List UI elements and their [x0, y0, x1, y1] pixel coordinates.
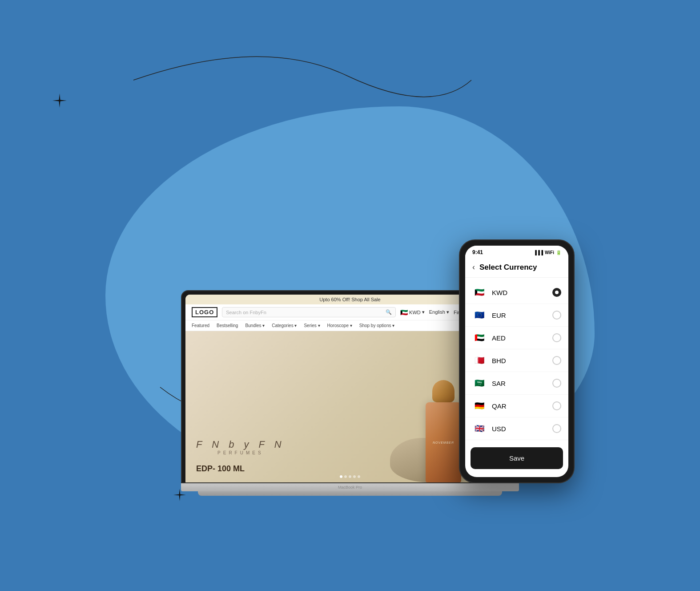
laptop-base: MacBook Pro [181, 483, 519, 491]
phone-screen-title: Select Currency [479, 263, 537, 272]
phone-status-icons: ▐▐▐ WiFi 🔋 [534, 250, 561, 255]
laptop-logo: LOGO [192, 307, 217, 317]
bottle-body: NOVEMBER [426, 402, 461, 482]
search-icon[interactable]: 🔍 [386, 309, 392, 315]
battery-icon: 🔋 [556, 250, 561, 255]
main-scene: Upto 60% Off! Shop All Sale LOGO Search … [117, 95, 583, 496]
wifi-icon: WiFi [545, 250, 554, 255]
bottle-cap [432, 380, 455, 402]
currency-item-eur[interactable]: 🇪🇺 EUR [465, 304, 568, 327]
sar-radio[interactable] [552, 379, 561, 388]
back-button[interactable]: ‹ [472, 263, 475, 272]
phone-statusbar: 9:41 ▐▐▐ WiFi 🔋 [465, 246, 568, 257]
language-chevron-icon: ▾ [447, 309, 449, 315]
currency-chevron-icon: ▾ [422, 309, 425, 315]
eur-flag: 🇪🇺 [472, 310, 487, 320]
kwd-flag: 🇰🇼 [472, 287, 487, 297]
carousel-dot-4[interactable] [353, 475, 356, 478]
hero-product-size: EDP- 100 ML [196, 464, 285, 474]
kwd-radio[interactable] [552, 288, 561, 297]
bhd-flag: 🇧🇭 [472, 356, 487, 365]
save-button[interactable]: Save [471, 447, 563, 469]
eur-radio[interactable] [552, 311, 561, 320]
laptop-search-bar[interactable]: Search on FnbyFn 🔍 [222, 307, 396, 317]
phone-time: 9:41 [472, 249, 483, 255]
menu-featured[interactable]: Featured [192, 323, 209, 328]
bottle-label: NOVEMBER [433, 441, 454, 444]
sar-code: SAR [492, 380, 547, 387]
menu-bestselling[interactable]: Bestselling [217, 323, 238, 328]
currency-item-kwd[interactable]: 🇰🇼 KWD [465, 281, 568, 304]
carousel-dot-3[interactable] [349, 475, 351, 478]
menu-categories[interactable]: Categories ▾ [272, 323, 297, 328]
star-decoration-1 [52, 93, 67, 111]
currency-selector[interactable]: 🇰🇼 KWD ▾ [400, 309, 425, 316]
usd-code: USD [492, 425, 547, 433]
qar-flag: 🇩🇪 [472, 401, 487, 411]
kwd-code: KWD [492, 289, 547, 296]
laptop-model-label: MacBook Pro [338, 485, 362, 490]
menu-series[interactable]: Series ▾ [304, 323, 320, 328]
carousel-dot-2[interactable] [344, 475, 347, 478]
menu-horoscope[interactable]: Horoscope ▾ [327, 323, 352, 328]
hero-brand-line1: F N b y F N [196, 439, 285, 450]
phone-device: 9:41 ▐▐▐ WiFi 🔋 ‹ Select Currency 🇰🇼 KWD [459, 239, 575, 483]
sar-flag: 🇸🇦 [472, 378, 487, 388]
menu-shop-by-options[interactable]: Shop by options ▾ [359, 323, 395, 328]
usd-flag: 🇬🇧 [472, 424, 487, 433]
aed-flag: 🇦🇪 [472, 333, 487, 343]
currency-item-usd[interactable]: 🇬🇧 USD [465, 417, 568, 440]
bhd-code: BHD [492, 357, 547, 364]
language-selector[interactable]: English ▾ [429, 309, 449, 315]
eur-code: EUR [492, 312, 547, 319]
hero-text: F N b y F N PERFUMES EDP- 100 ML [196, 439, 285, 474]
currency-item-bhd[interactable]: 🇧🇭 BHD [465, 349, 568, 372]
qar-code: QAR [492, 402, 547, 410]
currency-label: KWD [409, 310, 421, 315]
currency-item-aed[interactable]: 🇦🇪 AED [465, 327, 568, 349]
currency-list: 🇰🇼 KWD 🇪🇺 EUR 🇦🇪 AED 🇧🇭 BHD [465, 278, 568, 444]
carousel-dot-1[interactable] [340, 475, 342, 478]
kwd-flag-icon: 🇰🇼 [400, 309, 408, 316]
phone-screen: 9:41 ▐▐▐ WiFi 🔋 ‹ Select Currency 🇰🇼 KWD [465, 246, 568, 477]
search-placeholder: Search on FnbyFn [226, 310, 266, 315]
banner-text: Upto 60% Off! Shop All Sale [319, 297, 380, 302]
carousel-dot-5[interactable] [358, 475, 360, 478]
currency-item-sar[interactable]: 🇸🇦 SAR [465, 372, 568, 395]
hero-brand-line2: PERFUMES [196, 450, 285, 455]
phone-header: ‹ Select Currency [465, 257, 568, 278]
aed-radio[interactable] [552, 333, 561, 342]
aed-code: AED [492, 334, 547, 342]
bhd-radio[interactable] [552, 356, 561, 365]
language-label: English [429, 309, 445, 315]
qar-radio[interactable] [552, 401, 561, 410]
signal-icon: ▐▐▐ [534, 250, 543, 255]
hero-carousel-dots [340, 475, 360, 478]
laptop-foot [198, 491, 502, 496]
menu-bundles[interactable]: Bundles ▾ [245, 323, 265, 328]
currency-item-qar[interactable]: 🇩🇪 QAR [465, 395, 568, 417]
usd-radio[interactable] [552, 424, 561, 433]
